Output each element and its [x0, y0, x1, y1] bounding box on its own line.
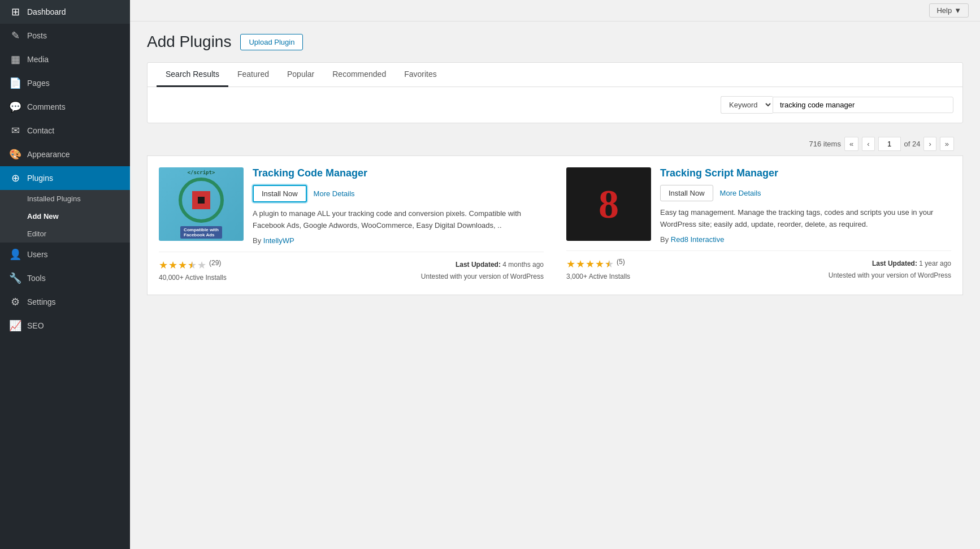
sidebar-item-label: SEO [27, 321, 44, 330]
users-icon: 👤 [9, 248, 21, 261]
settings-icon: ⚙ [9, 296, 21, 308]
star-3: ★ [586, 258, 595, 270]
sidebar-sub-item-add-new[interactable]: Add New [0, 208, 130, 225]
plugin-card-top-2: 8 Tracking Script Manager Install Now Mo… [566, 167, 951, 244]
star-2: ★ [576, 258, 585, 270]
search-bar-area: Keyword Author Tag [148, 87, 962, 123]
help-button[interactable]: Help ▼ [929, 3, 969, 18]
total-items: 716 items [809, 140, 841, 148]
plugins-submenu: Installed Plugins Add New Editor [0, 190, 130, 243]
page-header: Add Plugins Upload Plugin [147, 33, 963, 51]
rating-stars-tcm: ★ ★ ★ ★ ★ (29) [159, 259, 227, 271]
sidebar-item-tools[interactable]: 🔧 Tools [0, 266, 130, 290]
plugin-actions-2: Install Now More Details [660, 185, 951, 201]
search-type-select[interactable]: Keyword Author Tag [721, 96, 773, 114]
sidebar-item-contact[interactable]: ✉ Contact [0, 119, 130, 142]
rating-count-tcm: (29) [209, 259, 221, 271]
contact-icon: ✉ [9, 124, 21, 137]
sidebar-item-pages[interactable]: 📄 Pages [0, 71, 130, 95]
tools-icon: 🔧 [9, 272, 21, 284]
install-now-button-tsm[interactable]: Install Now [660, 185, 713, 201]
pagination-bar: 716 items « ‹ of 24 › » [147, 132, 963, 155]
plugin-card-top: </script> Compatible withFacebook Ads [159, 167, 544, 245]
page-content: Add Plugins Upload Plugin Search Results… [130, 21, 980, 549]
rating-stars-tsm: ★ ★ ★ ★ ★ (5) [566, 258, 630, 270]
tab-favorites[interactable]: Favorites [395, 63, 446, 87]
star-5-half: ★ [605, 258, 614, 270]
plugin-author-link-tsm[interactable]: Red8 Interactive [671, 235, 725, 244]
next-page-button[interactable]: › [923, 137, 936, 151]
sidebar: ⊞ Dashboard ✎ Posts ▦ Media 📄 Pages 💬 Co… [0, 0, 130, 549]
sidebar-item-users[interactable]: 👤 Users [0, 243, 130, 266]
sidebar-item-comments[interactable]: 💬 Comments [0, 95, 130, 119]
star-4-half: ★ [188, 259, 197, 271]
sidebar-item-label: Media [27, 55, 49, 64]
page-title: Add Plugins [147, 33, 231, 51]
sidebar-item-label: Comments [27, 102, 66, 111]
media-icon: ▦ [9, 53, 21, 66]
tab-recommended[interactable]: Recommended [323, 63, 395, 87]
sidebar-item-label: Dashboard [27, 7, 66, 16]
plugin-card-tracking-script-manager: 8 Tracking Script Manager Install Now Mo… [555, 156, 962, 295]
tsm-number-icon: 8 [599, 181, 619, 228]
sidebar-item-seo[interactable]: 📈 SEO [0, 314, 130, 338]
sidebar-item-settings[interactable]: ⚙ Settings [0, 290, 130, 314]
plugin-footer-tsm: ★ ★ ★ ★ ★ (5) 3,000+ Active Installs Las… [566, 250, 951, 282]
page-number-input[interactable] [878, 137, 901, 151]
plugin-thumbnail-2: 8 [566, 167, 651, 241]
plugin-info: Tracking Code Manager Install Now More D… [253, 167, 544, 245]
update-info-tsm: Last Updated: 1 year ago Untested with y… [829, 258, 951, 282]
star-4: ★ [595, 258, 604, 270]
tab-search-results[interactable]: Search Results [157, 63, 228, 87]
sidebar-item-label: Pages [27, 79, 50, 88]
plugin-author-tcm: By IntellyWP [253, 236, 544, 245]
first-page-button[interactable]: « [844, 137, 858, 151]
dashboard-icon: ⊞ [9, 6, 21, 18]
search-group: Keyword Author Tag [721, 96, 953, 114]
sidebar-sub-item-installed[interactable]: Installed Plugins [0, 190, 130, 208]
install-now-button-tcm[interactable]: Install Now [253, 185, 307, 202]
sidebar-item-label: Appearance [27, 150, 70, 159]
seo-icon: 📈 [9, 319, 21, 332]
sidebar-sub-item-editor[interactable]: Editor [0, 225, 130, 243]
plugin-footer-tcm: ★ ★ ★ ★ ★ (29) 40,000+ Active Installs L… [159, 252, 544, 283]
tabs-nav: Search Results Featured Popular Recommen… [148, 63, 962, 87]
stars-area-tsm: ★ ★ ★ ★ ★ (5) 3,000+ Active Installs [566, 258, 630, 280]
sidebar-item-label: Users [27, 250, 48, 259]
comments-icon: 💬 [9, 101, 21, 113]
plugin-card-tracking-code-manager: </script> Compatible withFacebook Ads [148, 156, 555, 295]
upload-plugin-button[interactable]: Upload Plugin [240, 34, 303, 50]
tab-featured[interactable]: Featured [228, 63, 278, 87]
active-installs-tcm: 40,000+ Active Installs [159, 274, 227, 282]
sidebar-item-dashboard[interactable]: ⊞ Dashboard [0, 0, 130, 24]
prev-page-button[interactable]: ‹ [862, 137, 874, 151]
more-details-link-tsm[interactable]: More Details [720, 189, 761, 197]
sidebar-item-label: Plugins [27, 174, 53, 183]
posts-icon: ✎ [9, 29, 21, 42]
plugin-grid: </script> Compatible withFacebook Ads [147, 155, 963, 295]
tabs-container: Search Results Featured Popular Recommen… [147, 62, 963, 123]
main-area: Help ▼ Add Plugins Upload Plugin Search … [130, 0, 980, 549]
search-input[interactable] [773, 97, 953, 113]
sidebar-item-label: Tools [27, 274, 46, 283]
plugin-author-link-tcm[interactable]: IntellyWP [263, 236, 294, 245]
sidebar-item-appearance[interactable]: 🎨 Appearance [0, 142, 130, 166]
update-info-tcm: Last Updated: 4 months ago Untested with… [421, 259, 544, 283]
topbar: Help ▼ [130, 0, 980, 21]
help-label: Help [936, 6, 952, 15]
more-details-link-tcm[interactable]: More Details [314, 189, 355, 198]
sidebar-item-posts[interactable]: ✎ Posts [0, 24, 130, 47]
plugin-actions: Install Now More Details [253, 185, 544, 202]
sidebar-item-plugins[interactable]: ⊕ Plugins [0, 166, 130, 190]
sidebar-item-label: Settings [27, 297, 56, 306]
stars-area-tcm: ★ ★ ★ ★ ★ (29) 40,000+ Active Installs [159, 259, 227, 282]
tab-popular[interactable]: Popular [278, 63, 323, 87]
star-2: ★ [168, 259, 177, 271]
sidebar-item-media[interactable]: ▦ Media [0, 47, 130, 71]
help-chevron-icon: ▼ [954, 6, 961, 15]
page-of-label: of 24 [904, 140, 921, 148]
last-page-button[interactable]: » [940, 137, 954, 151]
star-1: ★ [566, 258, 575, 270]
plugin-title[interactable]: Tracking Code Manager [253, 167, 544, 179]
plugin-title-2[interactable]: Tracking Script Manager [660, 167, 951, 179]
